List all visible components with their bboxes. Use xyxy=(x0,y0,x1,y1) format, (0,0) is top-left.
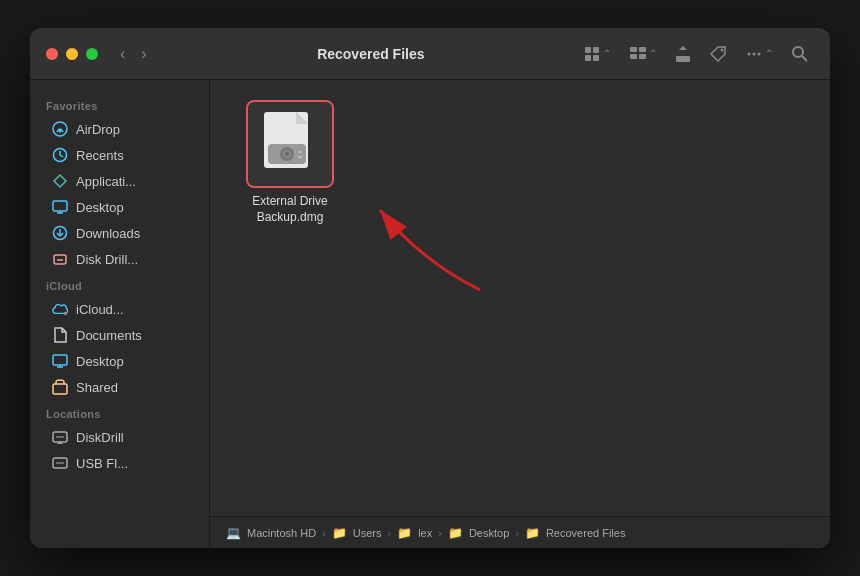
close-button[interactable] xyxy=(46,48,58,60)
traffic-lights xyxy=(46,48,98,60)
sidebar-item-usb[interactable]: USB Fl... xyxy=(36,450,203,476)
sidebar-label-diskdrill: Disk Drill... xyxy=(76,252,138,267)
sidebar-item-documents[interactable]: Documents xyxy=(36,322,203,348)
diskdrive-icon xyxy=(52,429,68,445)
apps-icon xyxy=(52,173,68,189)
sidebar-item-recents[interactable]: Recents xyxy=(36,142,203,168)
more-button[interactable]: ⌃ xyxy=(739,41,779,67)
sidebar-label-airdrop: AirDrop xyxy=(76,122,120,137)
file-label: External DriveBackup.dmg xyxy=(252,194,327,225)
breadcrumb-item-lex[interactable]: lex xyxy=(418,527,432,539)
sidebar-label-documents: Documents xyxy=(76,328,142,343)
file-item-dmg[interactable]: External DriveBackup.dmg xyxy=(240,100,340,225)
sidebar-item-airdrop[interactable]: AirDrop xyxy=(36,116,203,142)
downloads-icon xyxy=(52,225,68,241)
svg-rect-3 xyxy=(593,55,599,61)
sidebar-label-desktop-icloud: Desktop xyxy=(76,354,124,369)
svg-point-9 xyxy=(748,52,751,55)
diskdrill-icon xyxy=(52,251,68,267)
breadcrumb-label-desktop: Desktop xyxy=(469,527,509,539)
svg-point-24 xyxy=(64,312,68,316)
svg-rect-6 xyxy=(630,54,637,59)
sidebar-section-locations: Locations xyxy=(30,400,209,424)
breadcrumb-icon-recovered: 📁 xyxy=(525,526,540,540)
forward-button[interactable]: › xyxy=(135,43,152,65)
svg-rect-43 xyxy=(298,156,302,158)
sidebar-item-desktop-icloud[interactable]: Desktop xyxy=(36,348,203,374)
svg-rect-2 xyxy=(585,55,591,61)
svg-rect-25 xyxy=(53,355,67,365)
svg-line-13 xyxy=(802,56,807,61)
sidebar-label-desktop: Desktop xyxy=(76,200,124,215)
svg-point-12 xyxy=(793,47,803,57)
breadcrumb-item-recovered[interactable]: Recovered Files xyxy=(546,527,625,539)
sidebar-item-desktop[interactable]: Desktop xyxy=(36,194,203,220)
breadcrumb-icon-hd: 💻 xyxy=(226,526,241,540)
breadcrumb-sep-1: › xyxy=(322,527,326,539)
view-list-button[interactable]: ⌃ xyxy=(623,41,663,67)
breadcrumb-icon-lex: 📁 xyxy=(397,526,412,540)
breadcrumb-label-lex: lex xyxy=(418,527,432,539)
sidebar-item-applications[interactable]: Applicati... xyxy=(36,168,203,194)
window-title: Recovered Files xyxy=(225,46,517,62)
svg-rect-42 xyxy=(298,151,302,153)
sidebar-item-diskdrill[interactable]: Disk Drill... xyxy=(36,246,203,272)
dmg-icon xyxy=(254,108,326,180)
file-icon-wrapper xyxy=(246,100,334,188)
sidebar-label-recents: Recents xyxy=(76,148,124,163)
file-area: External DriveBackup.dmg xyxy=(210,80,830,516)
desktop-icloud-icon xyxy=(52,353,68,369)
sidebar: Favorites AirDrop xyxy=(30,80,210,548)
sidebar-item-downloads[interactable]: Downloads xyxy=(36,220,203,246)
sidebar-label-usb: USB Fl... xyxy=(76,456,128,471)
maximize-button[interactable] xyxy=(86,48,98,60)
share-button[interactable] xyxy=(669,41,697,67)
tag-button[interactable] xyxy=(703,41,733,67)
sidebar-item-icloud[interactable]: iCloud... xyxy=(36,296,203,322)
sidebar-label-diskdrive: DiskDrill xyxy=(76,430,124,445)
back-button[interactable]: ‹ xyxy=(114,43,131,65)
sidebar-label-icloud: iCloud... xyxy=(76,302,124,317)
icloud-icon xyxy=(52,301,68,317)
sidebar-section-icloud: iCloud xyxy=(30,272,209,296)
sidebar-label-applications: Applicati... xyxy=(76,174,136,189)
breadcrumb-label-recovered: Recovered Files xyxy=(546,527,625,539)
breadcrumb-icon-desktop: 📁 xyxy=(448,526,463,540)
airdrop-icon xyxy=(52,121,68,137)
sidebar-label-downloads: Downloads xyxy=(76,226,140,241)
breadcrumb-sep-4: › xyxy=(515,527,519,539)
svg-rect-4 xyxy=(630,47,637,52)
breadcrumb-item-users[interactable]: Users xyxy=(353,527,382,539)
breadcrumb-sep-3: › xyxy=(438,527,442,539)
svg-point-10 xyxy=(753,52,756,55)
search-button[interactable] xyxy=(785,41,814,66)
toolbar-icons: ⌃ ⌃ xyxy=(577,41,814,67)
titlebar: ‹ › Recovered Files ⌃ xyxy=(30,28,830,80)
statusbar: 💻 Macintosh HD › 📁 Users › 📁 lex › 📁 Des… xyxy=(210,516,830,548)
svg-point-11 xyxy=(758,52,761,55)
svg-rect-7 xyxy=(639,54,646,59)
shared-icon xyxy=(52,379,68,395)
breadcrumb-sep-2: › xyxy=(387,527,391,539)
recents-icon xyxy=(52,147,68,163)
svg-point-8 xyxy=(721,48,724,51)
sidebar-section-favorites: Favorites xyxy=(30,92,209,116)
nav-buttons: ‹ › xyxy=(114,43,153,65)
svg-rect-17 xyxy=(53,201,67,211)
annotation-arrow xyxy=(320,130,520,310)
finder-window: ‹ › Recovered Files ⌃ xyxy=(30,28,830,548)
breadcrumb-item-desktop[interactable]: Desktop xyxy=(469,527,509,539)
content-area: Favorites AirDrop xyxy=(30,80,830,548)
svg-rect-5 xyxy=(639,47,646,52)
view-grid-button[interactable]: ⌃ xyxy=(577,41,617,67)
sidebar-label-shared: Shared xyxy=(76,380,118,395)
desktop-icon xyxy=(52,199,68,215)
sidebar-item-diskdrive[interactable]: DiskDrill xyxy=(36,424,203,450)
breadcrumb-item-hd[interactable]: Macintosh HD xyxy=(247,527,316,539)
svg-point-41 xyxy=(285,152,289,156)
minimize-button[interactable] xyxy=(66,48,78,60)
breadcrumb-icon-users: 📁 xyxy=(332,526,347,540)
sidebar-item-shared[interactable]: Shared xyxy=(36,374,203,400)
svg-rect-1 xyxy=(593,47,599,53)
main-content: External DriveBackup.dmg 💻 Macintosh HD xyxy=(210,80,830,548)
